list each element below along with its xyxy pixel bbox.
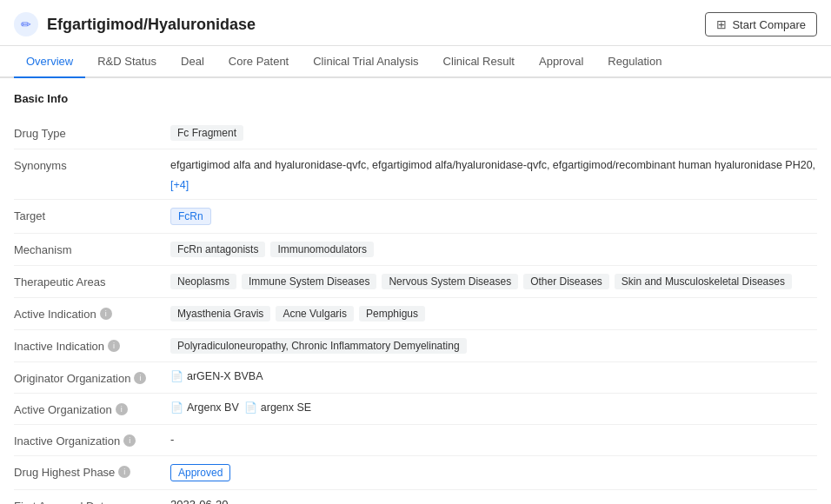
therapeutic-tag-0: Neoplasms <box>170 274 236 289</box>
content-area: Basic Info Drug Type Fc Fragment Synonym… <box>0 78 831 504</box>
tab-rd-status[interactable]: R&D Status <box>85 46 169 78</box>
section-title: Basic Info <box>14 92 817 105</box>
target-label: Target <box>14 208 170 222</box>
active-org-info-icon: i <box>116 403 128 415</box>
originator-org-value: 📄 arGEN-X BVBA <box>170 370 817 382</box>
synonyms-label: Synonyms <box>14 157 170 172</box>
active-indication-row: Active Indication i Myasthenia Gravis Ac… <box>14 298 817 330</box>
therapeutic-tag-1: Immune System Diseases <box>242 274 376 289</box>
first-approval-label: First Approval Date <box>14 498 170 504</box>
target-value: FcRn <box>170 208 817 225</box>
therapeutic-tag-4: Skin and Musculoskeletal Diseases <box>615 274 792 289</box>
active-indication-info-icon: i <box>100 308 112 320</box>
active-org-values: 📄 Argenx BV 📄 argenx SE <box>170 401 817 414</box>
inactive-indication-row: Inactive Indication i Polyradiculoneurop… <box>14 330 817 362</box>
tab-overview[interactable]: Overview <box>14 46 85 78</box>
active-org-row: Active Organization i 📄 Argenx BV 📄 arge… <box>14 394 817 425</box>
tab-deal[interactable]: Deal <box>169 46 216 78</box>
drug-type-row: Drug Type Fc Fragment <box>14 117 817 149</box>
compare-icon: ⊞ <box>716 17 727 31</box>
org-doc-icon-1: 📄 <box>244 401 257 414</box>
synonyms-value: efgartigimod alfa and hyaluronidase-qvfc… <box>170 157 817 191</box>
tab-clinical-result[interactable]: Clinical Result <box>431 46 527 78</box>
header: ✏ Efgartigimod/Hyaluronidase ⊞ Start Com… <box>0 0 831 46</box>
therapeutic-tag-2: Nervous System Diseases <box>382 274 518 289</box>
page-title: Efgartigimod/Hyaluronidase <box>47 16 256 34</box>
inactive-indication-info-icon: i <box>108 340 120 352</box>
originator-org-item: 📄 arGEN-X BVBA <box>170 370 263 382</box>
inactive-org-value: - <box>170 433 817 446</box>
therapeutic-tag-3: Other Diseases <box>523 274 609 289</box>
drug-type-value: Fc Fragment <box>170 125 817 141</box>
highest-phase-tag: Approved <box>170 464 230 481</box>
org-doc-icon: 📄 <box>170 370 183 382</box>
drug-type-label: Drug Type <box>14 125 170 140</box>
tab-approval[interactable]: Approval <box>527 46 595 78</box>
highest-phase-info-icon: i <box>118 466 130 478</box>
target-row: Target FcRn <box>14 200 817 234</box>
start-compare-button[interactable]: ⊞ Start Compare <box>705 12 817 36</box>
first-approval-date: 2023-06-20 <box>170 498 229 504</box>
active-indication-tag-2: Pemphigus <box>359 306 425 322</box>
inactive-indication-tag-0: Polyradiculoneuropathy, Chronic Inflamma… <box>170 338 467 354</box>
target-tag: FcRn <box>170 208 211 225</box>
first-approval-row: First Approval Date 2023-06-20 <box>14 490 817 504</box>
active-indication-values: Myasthenia Gravis Acne Vulgaris Pemphigu… <box>170 306 817 322</box>
originator-org-label: Originator Organization i <box>14 370 170 385</box>
first-approval-value: 2023-06-20 <box>170 498 817 504</box>
synonyms-text: efgartigimod alfa and hyaluronidase-qvfc… <box>170 157 815 174</box>
inactive-indication-label: Inactive Indication i <box>14 338 170 353</box>
org-doc-icon-0: 📄 <box>170 401 183 414</box>
tab-regulation[interactable]: Regulation <box>595 46 674 78</box>
tab-clinical-trial-analysis[interactable]: Clinical Trial Analysis <box>301 46 430 78</box>
highest-phase-row: Drug Highest Phase i Approved <box>14 456 817 490</box>
drug-type-tag: Fc Fragment <box>170 125 243 141</box>
inactive-org-label: Inactive Organization i <box>14 433 170 448</box>
active-indication-tag-0: Myasthenia Gravis <box>170 306 270 322</box>
synonyms-more-link[interactable]: [+4] <box>170 179 189 191</box>
highest-phase-value: Approved <box>170 464 817 481</box>
highest-phase-label: Drug Highest Phase i <box>14 464 170 479</box>
therapeutic-areas-row: Therapeutic Areas Neoplasms Immune Syste… <box>14 266 817 298</box>
active-org-item-0: 📄 Argenx BV <box>170 401 239 414</box>
active-org-item-1: 📄 argenx SE <box>244 401 311 414</box>
nav-tabs: Overview R&D Status Deal Core Patent Cli… <box>0 46 831 78</box>
tab-core-patent[interactable]: Core Patent <box>216 46 301 78</box>
originator-org-row: Originator Organization i 📄 arGEN-X BVBA <box>14 362 817 394</box>
inactive-org-info-icon: i <box>123 434 136 447</box>
mechanism-row: Mechanism FcRn antagonists Immunomodulat… <box>14 234 817 266</box>
active-org-label: Active Organization i <box>14 401 170 416</box>
mechanism-tag-1: Immunomodulators <box>270 242 374 257</box>
mechanism-tag-0: FcRn antagonists <box>170 242 265 257</box>
mechanism-values: FcRn antagonists Immunomodulators <box>170 242 817 257</box>
synonyms-row: Synonyms efgartigimod alfa and hyaluroni… <box>14 149 817 200</box>
inactive-indication-values: Polyradiculoneuropathy, Chronic Inflamma… <box>170 338 817 354</box>
therapeutic-areas-label: Therapeutic Areas <box>14 274 170 288</box>
active-indication-label: Active Indication i <box>14 306 170 321</box>
originator-org-info-icon: i <box>134 372 146 384</box>
therapeutic-areas-values: Neoplasms Immune System Diseases Nervous… <box>170 274 817 289</box>
mechanism-label: Mechanism <box>14 242 170 256</box>
start-compare-label: Start Compare <box>732 18 806 31</box>
drug-icon: ✏ <box>14 12 38 36</box>
inactive-org-row: Inactive Organization i - <box>14 425 817 456</box>
header-title: ✏ Efgartigimod/Hyaluronidase <box>14 12 256 36</box>
active-indication-tag-1: Acne Vulgaris <box>276 306 354 322</box>
inactive-org-dash: - <box>170 433 174 446</box>
